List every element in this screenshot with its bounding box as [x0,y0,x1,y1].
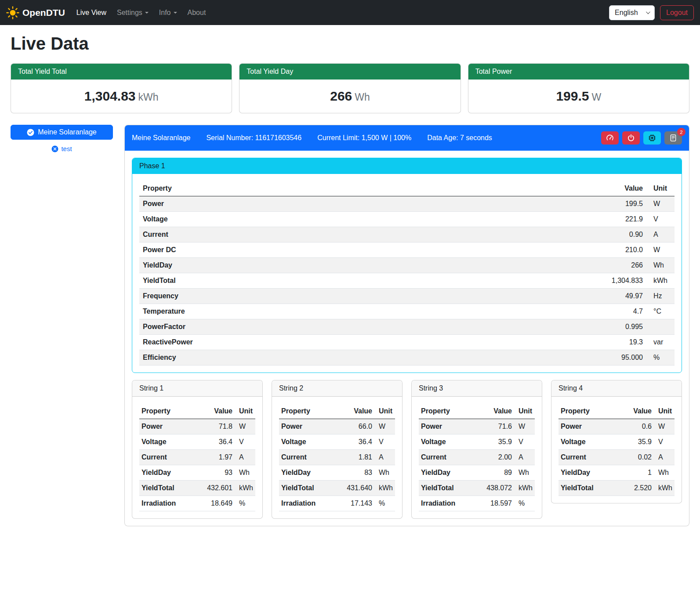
row-property: Power [279,419,343,434]
limit-settings-button[interactable] [601,131,619,145]
summary-card-total-yield-total: Total Yield Total 1,304.83kWh [11,63,232,113]
table-row: ReactivePower19.3var [139,335,675,350]
row-property: Power [419,419,482,434]
power-button[interactable] [622,131,640,145]
table-row: YieldTotal431.640kWh [279,481,395,496]
row-property: Efficiency [139,350,580,365]
logout-button[interactable]: Logout [660,5,694,20]
row-property: Temperature [139,304,580,319]
column-unit: Unit [654,404,675,419]
navbar-right: English Logout [609,5,694,20]
table-row: Power199.5W [139,196,675,212]
row-value: 1 [622,465,654,481]
table-row: Voltage36.4V [139,434,255,450]
row-unit: Wh [235,465,255,481]
row-unit: Wh [514,465,535,481]
table-row: Irradiation18.597% [419,496,535,511]
table-row: YieldTotal432.601kWh [139,481,255,496]
table-row: YieldTotal2.520kWh [559,481,675,496]
device-info-button[interactable] [643,131,661,145]
sidebar-item-meine-solaranlage[interactable]: Meine Solaranlage [11,125,113,140]
row-property: Power [139,196,580,212]
phase-table: Property Value Unit Power199.5WVoltage22… [139,181,675,365]
row-value: 266 [580,258,646,273]
row-unit: % [235,496,255,511]
table-row: Irradiation18.649% [139,496,255,511]
row-value: 71.8 [203,419,235,434]
table-row: Temperature4.7°C [139,304,675,319]
row-unit: W [654,419,675,434]
nav-about[interactable]: About [184,5,210,20]
row-value: 95.000 [580,350,646,365]
row-value: 4.7 [580,304,646,319]
table-row: YieldDay1Wh [559,465,675,481]
row-value: 1.97 [203,450,235,465]
inverter-name: Meine Solaranlage [132,134,190,142]
nav-settings[interactable]: Settings [113,5,152,20]
sidebar-item-test[interactable]: test [11,145,113,152]
row-property: Voltage [559,434,622,450]
row-value: 71.6 [482,419,514,434]
summary-card-body: 199.5W [468,80,689,113]
row-value: 432.601 [203,481,235,496]
table-row: YieldDay89Wh [419,465,535,481]
row-value: 89 [482,465,514,481]
row-property: Voltage [139,434,203,450]
inverter-actions: 2 [601,131,682,145]
table-row: YieldTotal438.072kWh [419,481,535,496]
row-property: Voltage [139,212,580,227]
table-header-row: Property Value Unit [419,404,535,419]
language-select[interactable]: English [609,5,655,20]
table-row: Power66.0W [279,419,395,434]
row-property: Power DC [139,242,580,258]
row-property: ReactivePower [139,335,580,350]
row-property: Current [139,227,580,242]
row-property: YieldTotal [139,481,203,496]
string-title: String 2 [272,380,402,397]
nav-live-view[interactable]: Live View [73,5,110,20]
row-value: 49.97 [580,289,646,304]
string-body: Property Value Unit Power66.0WVoltage36.… [272,397,402,518]
brand[interactable]: OpenDTU [6,6,65,19]
row-value: 18.649 [203,496,235,511]
row-property: Irradiation [139,496,203,511]
column-unit: Unit [514,404,535,419]
event-log-button[interactable]: 2 [664,131,682,145]
page-content: Live Data Total Yield Total 1,304.83kWh … [0,25,700,537]
column-value: Value [482,404,514,419]
row-property: Power [139,419,203,434]
row-value: 19.3 [580,335,646,350]
column-unit: Unit [374,404,395,419]
chevron-down-icon [145,12,149,14]
row-value: 66.0 [343,419,374,434]
inverter-data-age: Data Age: 7 seconds [427,134,492,142]
column-property: Property [139,404,203,419]
row-unit: A [374,450,395,465]
row-property: YieldTotal [419,481,482,496]
string-title: String 1 [132,380,262,397]
table-header-row: Property Value Unit [559,404,675,419]
table-row: Voltage221.9V [139,212,675,227]
row-unit: W [374,419,395,434]
summary-unit: Wh [355,91,370,103]
row-value: 2.520 [622,481,654,496]
table-row: Voltage36.4V [279,434,395,450]
table-row: Power0.6W [559,419,675,434]
summary-card-total-yield-day: Total Yield Day 266Wh [239,63,461,113]
string-table: Property Value Unit Power71.6WVoltage35.… [419,404,535,511]
inverter-card-body: Phase 1 Property Value Unit Power199.5WV… [125,151,689,526]
string-body: Property Value Unit Power71.8WVoltage36.… [132,397,262,518]
strings-row: String 1 Property Value Unit [132,380,682,519]
row-unit: % [514,496,535,511]
chevron-down-icon [646,10,650,14]
row-value: 221.9 [580,212,646,227]
nav-settings-label: Settings [117,9,142,17]
nav-info[interactable]: Info [156,5,181,20]
row-unit: kWh [235,481,255,496]
table-row: Power71.8W [139,419,255,434]
row-value: 431.640 [343,481,374,496]
row-value: 0.02 [622,450,654,465]
row-unit: var [646,335,675,350]
row-unit: A [654,450,675,465]
string-table: Property Value Unit Power66.0WVoltage36.… [279,404,395,511]
